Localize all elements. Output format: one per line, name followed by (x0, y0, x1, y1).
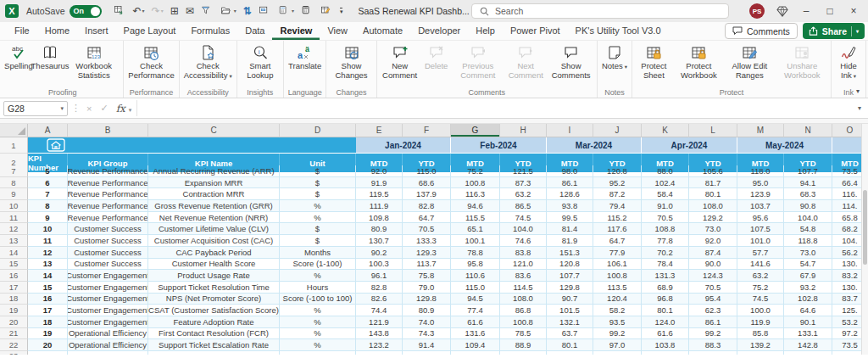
check-accessibility-button[interactable]: Check Accessibility▾ (181, 41, 235, 87)
name-box[interactable]: G28▾ (3, 101, 68, 116)
formula-bar-handle[interactable]: ⋮ (71, 103, 81, 114)
cell-kpi-group[interactable]: Customer Success (68, 259, 148, 271)
smart-lookup-button[interactable]: iSmart Lookup (239, 41, 281, 87)
column-header-I[interactable]: I (547, 124, 593, 137)
cell-value[interactable]: 87.4 (689, 247, 737, 259)
formula-input[interactable] (136, 100, 848, 116)
cell-value[interactable]: 141.6 (737, 259, 784, 271)
cell-kpi-name[interactable]: Support Ticket Resolution Time (148, 282, 280, 294)
cell-value[interactable]: 58.4 (642, 188, 689, 200)
cell-value[interactable]: 80.1 (547, 339, 593, 351)
cell-value[interactable]: 70.5 (403, 223, 451, 235)
cell-value[interactable]: 131.6 (451, 328, 500, 340)
cell-kpi-group[interactable]: Customer Success (68, 223, 148, 235)
cell-empty[interactable] (403, 351, 451, 355)
cell-value[interactable]: 77.9 (593, 247, 642, 259)
calculator-icon[interactable] (298, 4, 316, 19)
cell-value[interactable]: 93.5 (593, 316, 642, 328)
cell-value[interactable]: 80.9 (403, 305, 451, 316)
folder-open-icon[interactable]: ▾ (218, 4, 239, 19)
month-header-may-2024[interactable]: May-2024 (737, 137, 832, 154)
column-header-K[interactable]: K (642, 124, 689, 137)
cell-value[interactable]: 116.3 (451, 188, 500, 200)
cell-value[interactable]: 115.2 (593, 212, 642, 224)
protect-workbook-button[interactable]: Protect Workbook (674, 41, 724, 87)
cell-value[interactable]: 114.5 (500, 282, 547, 294)
table-edit-icon[interactable] (318, 4, 336, 19)
cell-unit[interactable]: % (280, 212, 356, 224)
row-header-8[interactable]: 8 (0, 177, 28, 189)
cell-value[interactable]: 103.7 (737, 200, 784, 212)
cell-kpi-group[interactable]: Revenue Performance (68, 165, 148, 177)
cell-empty[interactable] (500, 351, 547, 355)
cell-value[interactable]: 119.9 (737, 316, 784, 328)
cell-kpi-number[interactable]: 10 (28, 223, 68, 235)
row-header-14[interactable]: 14 (0, 247, 28, 259)
cell-value[interactable]: 82.8 (403, 200, 451, 212)
cell-value[interactable]: 92.0 (689, 235, 737, 247)
cell-value[interactable]: 91.0 (642, 200, 689, 212)
cell-value[interactable]: 106.1 (593, 259, 642, 271)
cell-kpi-name[interactable]: Expansion MRR (148, 177, 280, 189)
cell-kpi-group[interactable]: Customer Engagement (68, 305, 148, 316)
cell-value[interactable]: 70.5 (689, 282, 737, 294)
cell-value[interactable]: 93.2 (784, 282, 832, 294)
cell-value[interactable]: 99.5 (547, 212, 593, 224)
cell-value[interactable]: 115.0 (403, 165, 451, 177)
cell-value[interactable]: 74.4 (356, 305, 403, 316)
column-header-F[interactable]: F (403, 124, 451, 137)
cell-value[interactable]: 100.8 (451, 177, 500, 189)
cell-value[interactable]: 68.6 (403, 177, 451, 189)
merge-cells-icon[interactable] (256, 4, 274, 19)
restore-button[interactable]: □ (824, 5, 836, 17)
cell-empty[interactable] (28, 351, 68, 355)
cell-kpi-name[interactable]: Annual Recurring Revenue (ARR) (148, 165, 280, 177)
cell-value[interactable]: 95.4 (689, 294, 737, 305)
cell-value[interactable]: 129.3 (403, 247, 451, 259)
cell-value[interactable]: 108.0 (689, 200, 737, 212)
tab-formulas[interactable]: Formulas (183, 22, 237, 40)
show-changes-button[interactable]: Show Changes (328, 41, 374, 87)
cell-value[interactable]: 142.8 (784, 339, 832, 351)
cell-value[interactable]: 103.8 (642, 339, 689, 351)
cell-value[interactable]: 120.4 (593, 294, 642, 305)
cell-value[interactable]: 73.0 (784, 247, 832, 259)
cell-value[interactable]: 96.8 (642, 294, 689, 305)
tab-home[interactable]: Home (37, 22, 77, 40)
cell-value[interactable]: 118.8 (784, 235, 832, 247)
cell-value[interactable]: 90.0 (689, 259, 737, 271)
cell-value[interactable]: 95.6 (737, 212, 784, 224)
cell-value[interactable]: 94.6 (451, 200, 500, 212)
close-button[interactable]: × (848, 5, 860, 17)
cell-unit[interactable]: Score (-100 to 100) (280, 294, 356, 305)
cell-value[interactable]: 107.5 (737, 223, 784, 235)
cell-kpi-number[interactable]: 5 (28, 165, 68, 177)
cell-kpi-name[interactable]: Customer Acquisition Cost (CAC) (148, 235, 280, 247)
cell-kpi-name[interactable]: Gross Revenue Retention (GRR) (148, 200, 280, 212)
customize-qat-icon[interactable]: ▾ (337, 7, 346, 15)
cell-value[interactable]: 94.5 (451, 294, 500, 305)
cell-value[interactable]: 57.7 (737, 247, 784, 259)
cell-value[interactable]: 83.8 (500, 247, 547, 259)
cell-kpi-name[interactable]: NPS (Net Promoter Score) (148, 294, 280, 305)
cell-kpi-number[interactable]: 17 (28, 305, 68, 316)
row-header-15[interactable]: 15 (0, 259, 28, 271)
column-header-J[interactable]: J (593, 124, 642, 137)
row-header-11[interactable]: 11 (0, 212, 28, 224)
cell-kpi-number[interactable]: 8 (28, 200, 68, 212)
cell-value[interactable]: 77.8 (642, 235, 689, 247)
column-header-H[interactable]: H (500, 124, 547, 137)
protect-sheet-button[interactable]: Protect Sheet (634, 41, 674, 87)
cell-kpi-number[interactable]: 20 (28, 339, 68, 351)
cell-value[interactable]: 78.5 (500, 328, 547, 340)
cell-value[interactable]: 108.0 (500, 294, 547, 305)
cell-unit[interactable]: % (280, 200, 356, 212)
column-header-G[interactable]: G (451, 124, 500, 137)
tab-data[interactable]: Data (237, 22, 272, 40)
redo-icon[interactable]: ↷▾ (149, 4, 166, 18)
cell-value[interactable]: 61.6 (451, 316, 500, 328)
row-header-7[interactable]: 7 (0, 165, 28, 177)
cell-kpi-number[interactable]: 7 (28, 188, 68, 200)
cell-value[interactable]: 123.9 (737, 188, 784, 200)
cell-unit[interactable]: $ (280, 165, 356, 177)
